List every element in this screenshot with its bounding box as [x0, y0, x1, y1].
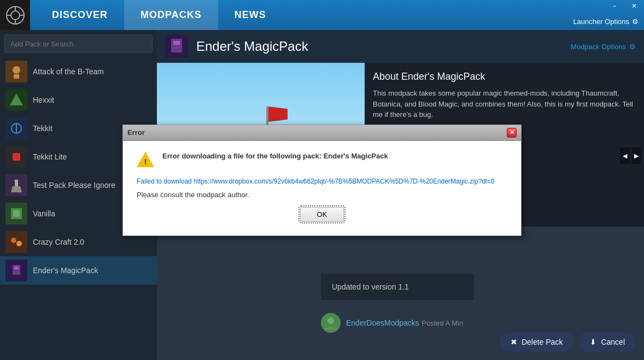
dialog-error-message: Error downloading a file for the followi…	[162, 152, 388, 160]
dialog-title: Error	[127, 128, 145, 137]
dialog-consult: Please consult the modpack author.	[137, 191, 507, 199]
warning-exclamation: !	[144, 157, 147, 166]
error-dialog: Error ✕ ! Error downloading a file for t…	[122, 125, 522, 236]
dialog-url: Failed to download https://www.dropbox.c…	[137, 178, 507, 185]
dialog-overlay: Error ✕ ! Error downloading a file for t…	[0, 0, 644, 360]
dialog-close-button[interactable]: ✕	[507, 128, 517, 138]
dialog-ok-button[interactable]: OK	[300, 207, 344, 222]
dialog-titlebar: Error ✕	[123, 125, 521, 141]
dialog-ok-row: OK	[137, 207, 507, 225]
warning-icon: !	[137, 152, 154, 169]
dialog-body: ! Error downloading a file for the follo…	[123, 141, 521, 235]
dialog-main-row: ! Error downloading a file for the follo…	[137, 152, 507, 169]
